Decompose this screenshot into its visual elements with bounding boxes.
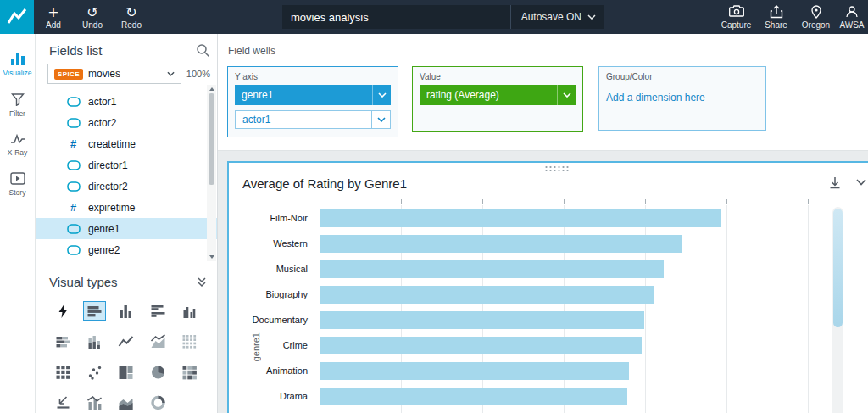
dimension-field-icon xyxy=(66,245,81,255)
nav-visualize[interactable]: Visualize xyxy=(0,44,35,85)
field-item-genre2[interactable]: genre2 xyxy=(36,239,217,260)
visual-menu-chevron-icon[interactable] xyxy=(854,175,868,190)
dataset-name: movies xyxy=(88,68,162,80)
scroll-up-icon[interactable] xyxy=(209,87,214,91)
collapse-double-chevron-icon[interactable] xyxy=(197,276,207,287)
field-item-genre1[interactable]: genre1 xyxy=(36,218,217,239)
visual-type-tree-map[interactable] xyxy=(114,362,137,382)
story-play-icon xyxy=(10,172,25,185)
visual-type-pivot-table[interactable] xyxy=(52,362,75,382)
bar-documentary[interactable] xyxy=(320,311,644,329)
quicksight-logo-icon xyxy=(6,6,28,28)
quicksight-logo[interactable] xyxy=(0,0,34,34)
field-label: genre1 xyxy=(88,223,120,235)
search-icon[interactable] xyxy=(196,43,210,58)
visual-card[interactable]: Average of Rating by Genre1 Film-NoirWes… xyxy=(227,161,868,413)
visual-type-kpi[interactable] xyxy=(52,393,75,412)
field-label: director1 xyxy=(88,159,128,171)
field-label: director2 xyxy=(88,181,128,193)
bar-western[interactable] xyxy=(320,235,682,253)
header-right-actions: Capture Share Oregon AWSA xyxy=(716,0,868,34)
chart-scrollbar-thumb[interactable] xyxy=(833,209,843,327)
scroll-down-icon[interactable] xyxy=(209,255,214,259)
field-item-director1[interactable]: director1 xyxy=(36,154,217,176)
visual-type-vertical-grouped-bar[interactable] xyxy=(178,301,201,321)
pulse-icon xyxy=(10,133,25,145)
dataset-selector[interactable]: SPICE movies xyxy=(47,64,181,84)
drag-handle[interactable] xyxy=(544,165,570,172)
visual-type-stacked-area[interactable] xyxy=(114,393,137,412)
visual-type-vertical-bar-chart[interactable] xyxy=(114,301,137,321)
nav-story[interactable]: Story xyxy=(0,165,35,204)
y-axis-secondary-dropdown[interactable]: actor1 xyxy=(235,110,391,129)
visual-type-pivot-table-light[interactable] xyxy=(178,332,201,351)
y-axis-primary-value: genre1 xyxy=(235,85,372,105)
bar-biography[interactable] xyxy=(320,286,654,304)
visual-type-combo-bar-line[interactable] xyxy=(83,393,106,412)
nav-filter[interactable]: Filter xyxy=(0,85,35,126)
add-button[interactable]: + Add xyxy=(34,0,73,34)
add-dimension-link[interactable]: Add a dimension here xyxy=(606,92,759,103)
visual-type-vertical-stacked-bar[interactable] xyxy=(83,332,106,351)
chevron-down-icon xyxy=(587,14,596,20)
fields-scrollbar[interactable] xyxy=(207,85,216,261)
chevron-down-icon[interactable] xyxy=(371,111,390,128)
visual-type-heat-map[interactable] xyxy=(178,362,201,382)
bar-film-noir[interactable] xyxy=(320,209,721,227)
undo-icon: ↺ xyxy=(86,5,97,20)
bar-drama[interactable] xyxy=(320,388,627,405)
nav-xray[interactable]: X-Ray xyxy=(0,126,35,165)
field-label: createtime xyxy=(88,138,136,150)
region-selector[interactable]: Oregon xyxy=(796,0,836,34)
y-axis-primary-dropdown[interactable]: genre1 xyxy=(235,85,391,105)
bar-musical[interactable] xyxy=(320,260,664,278)
visual-type-gauge[interactable] xyxy=(147,393,170,412)
export-download-icon[interactable] xyxy=(827,175,843,190)
visual-type-horizontal-bar-chart[interactable] xyxy=(83,301,106,321)
field-item-expiretime[interactable]: #expiretime xyxy=(36,197,217,218)
visual-type-line-chart[interactable] xyxy=(114,332,137,351)
bar-crime[interactable] xyxy=(320,337,642,354)
scrollbar-thumb[interactable] xyxy=(209,93,214,185)
capture-button[interactable]: Capture xyxy=(716,0,756,34)
value-dropdown[interactable]: rating (Average) xyxy=(420,85,576,105)
fields-list-title: Fields list xyxy=(49,43,196,58)
y-axis-well[interactable]: Y axis genre1 actor1 xyxy=(227,66,398,137)
visual-type-scatter-plot[interactable] xyxy=(83,362,106,382)
visual-type-area-line-chart[interactable] xyxy=(147,332,170,351)
share-button[interactable]: Share xyxy=(756,0,796,34)
visual-type-horizontal-stacked-bar[interactable] xyxy=(52,332,75,351)
autosave-toggle[interactable]: Autosave ON xyxy=(510,5,596,29)
value-well[interactable]: Value rating (Average) xyxy=(412,66,583,132)
category-label: Crime xyxy=(229,332,314,358)
analysis-title-bar[interactable]: movies analysis Autosave ON xyxy=(282,5,604,29)
top-bar: + Add ↺ Undo ↻ Redo movies analysis Auto… xyxy=(0,0,868,34)
redo-button[interactable]: ↻ Redo xyxy=(112,0,151,34)
visual-type-horizontal-grouped-bar[interactable] xyxy=(147,301,170,321)
chart-scrollbar[interactable] xyxy=(832,207,843,413)
analysis-title[interactable]: movies analysis xyxy=(291,11,510,24)
left-nav-rail: Visualize Filter X-Ray Story xyxy=(0,34,36,413)
field-item-director2[interactable]: director2 xyxy=(36,176,217,197)
visual-type-auto-graph[interactable] xyxy=(52,301,75,321)
category-label: Drama xyxy=(229,383,314,409)
chevron-down-icon[interactable] xyxy=(557,85,576,105)
chevron-down-icon[interactable] xyxy=(372,85,391,105)
fields-list: actor1actor2#createtimedirector1director… xyxy=(36,91,217,260)
field-item-createtime[interactable]: #createtime xyxy=(36,133,217,154)
category-label: Film-Noir xyxy=(229,205,314,231)
account-menu[interactable]: AWSA xyxy=(836,0,868,34)
chevron-down-icon xyxy=(167,71,175,76)
spice-capacity-label: 100% xyxy=(186,69,212,79)
plot-area xyxy=(320,205,828,413)
field-item-actor1[interactable]: actor1 xyxy=(36,91,217,112)
field-item-actor2[interactable]: actor2 xyxy=(36,112,217,133)
field-wells-label[interactable]: Field wells xyxy=(228,45,275,57)
visual-type-pie-chart[interactable] xyxy=(147,362,170,382)
group-color-well[interactable]: Group/Color Add a dimension here xyxy=(598,66,766,131)
undo-button[interactable]: ↺ Undo xyxy=(73,0,112,34)
bar-animation[interactable] xyxy=(320,362,629,380)
visual-types-title: Visual types xyxy=(49,275,197,289)
funnel-icon xyxy=(11,92,25,106)
category-label: Musical xyxy=(229,256,314,282)
